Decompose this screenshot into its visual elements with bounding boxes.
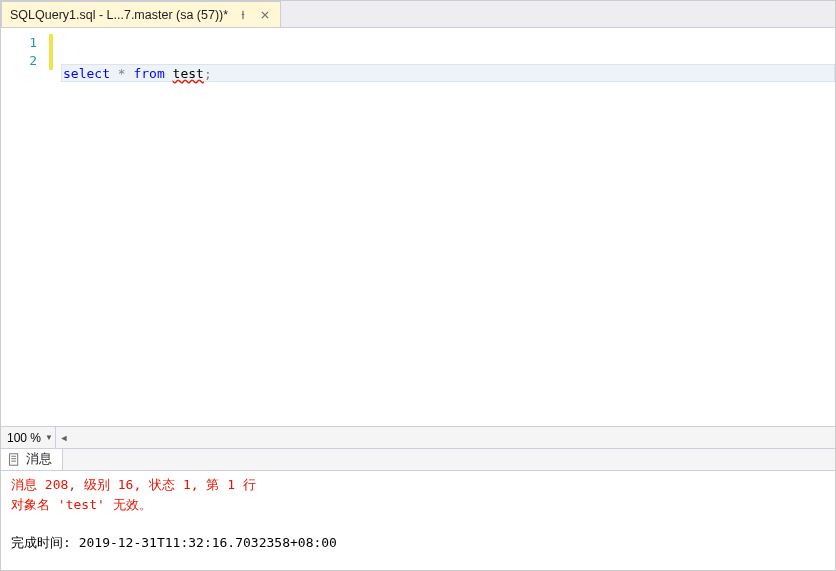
document-tab-active[interactable]: SQLQuery1.sql - L...7.master (sa (57))* — [1, 1, 281, 27]
keyword: select — [63, 66, 110, 81]
completion-time: 完成时间: 2019-12-31T11:32:16.7032358+08:00 — [11, 533, 825, 553]
document-tab-title: SQLQuery1.sql - L...7.master (sa (57))* — [10, 8, 228, 22]
editor-footer-bar: 100 % ▼ ◄ — [1, 426, 835, 448]
terminator: ; — [204, 66, 212, 81]
code-content[interactable]: select * from test; — [53, 28, 835, 426]
code-editor[interactable]: 1 2 select * from test; — [1, 28, 835, 426]
line-number: 2 — [1, 52, 49, 70]
space — [165, 66, 173, 81]
horizontal-scrollbar[interactable]: ◄ — [56, 430, 835, 446]
zoom-value: 100 % — [7, 431, 41, 445]
pin-icon[interactable] — [236, 8, 250, 22]
messages-icon — [7, 453, 21, 467]
blank-line — [11, 515, 825, 533]
operator: * — [110, 66, 133, 81]
line-number-gutter: 1 2 — [1, 28, 49, 426]
code-line[interactable]: select * from test; — [61, 64, 835, 82]
scroll-left-icon[interactable]: ◄ — [56, 430, 72, 446]
keyword: from — [133, 66, 164, 81]
zoom-dropdown[interactable]: 100 % ▼ — [1, 427, 56, 448]
line-number: 1 — [1, 34, 49, 52]
error-message-line: 对象名 'test' 无效。 — [11, 495, 825, 515]
svg-rect-0 — [9, 454, 17, 465]
messages-tab-label: 消息 — [26, 451, 52, 468]
code-line[interactable] — [63, 112, 835, 130]
messages-panel: 消息 消息 208, 级别 16, 状态 1, 第 1 行 对象名 'test'… — [1, 448, 835, 570]
chevron-down-icon: ▼ — [45, 433, 53, 442]
messages-tab[interactable]: 消息 — [1, 449, 63, 470]
identifier-error: test — [173, 66, 204, 81]
close-icon[interactable] — [258, 8, 272, 22]
error-message-line: 消息 208, 级别 16, 状态 1, 第 1 行 — [11, 475, 825, 495]
messages-output[interactable]: 消息 208, 级别 16, 状态 1, 第 1 行 对象名 'test' 无效… — [1, 471, 835, 570]
document-tab-strip: SQLQuery1.sql - L...7.master (sa (57))* — [1, 1, 835, 28]
results-tab-strip: 消息 — [1, 449, 835, 471]
